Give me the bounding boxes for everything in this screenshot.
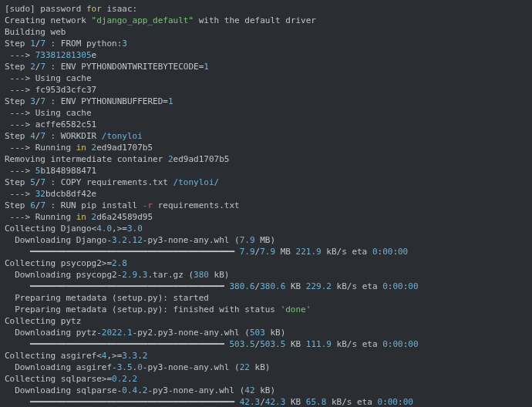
terminal-segment: : RUN pip install bbox=[45, 200, 143, 210]
terminal-line: ---> Using cache bbox=[5, 107, 527, 119]
terminal-line: ---> 5b1848988471 bbox=[5, 165, 527, 177]
terminal-segment: -py3-none-any.whl ( bbox=[147, 385, 244, 395]
terminal-line: Creating network "django_app_default" wi… bbox=[5, 15, 527, 26]
terminal-segment: Building web bbox=[5, 27, 66, 37]
terminal-line: Downloading Django-3.2.12-py3-none-any.w… bbox=[5, 234, 527, 246]
terminal-segment: 7 bbox=[40, 177, 45, 187]
terminal-line: Collecting pytz bbox=[5, 315, 527, 327]
terminal-segment: b1848988471 bbox=[40, 166, 96, 176]
terminal-segment: 2.8 bbox=[112, 258, 127, 268]
terminal-segment: 7.9 bbox=[260, 247, 275, 257]
terminal-line: Collecting asgiref<4,>=3.3.2 bbox=[5, 350, 527, 362]
terminal-segment: 42 bbox=[244, 385, 254, 395]
terminal-segment: ---> bbox=[5, 166, 35, 176]
terminal-segment: 32 bbox=[35, 189, 45, 199]
terminal-segment: /tonyloi bbox=[102, 131, 143, 141]
terminal-segment: ,>= bbox=[106, 351, 122, 361]
terminal-segment: -r bbox=[143, 200, 153, 210]
terminal-line: Downloading sqlparse-0.4.2-py3-none-any.… bbox=[5, 385, 527, 396]
terminal-segment: MB bbox=[275, 247, 296, 257]
terminal-segment: ---> bbox=[5, 189, 35, 199]
terminal-segment: Step bbox=[5, 131, 30, 141]
terminal-line: Step 4/7 : WORKDIR /tonyloi bbox=[5, 130, 527, 142]
terminal-segment: Creating network bbox=[5, 15, 92, 25]
terminal-segment: 7.9 bbox=[240, 235, 255, 245]
terminal-segment: 503 bbox=[250, 328, 265, 338]
terminal-output: [sudo] password for isaac:Creating netwo… bbox=[0, 0, 532, 407]
terminal-segment: KB bbox=[285, 339, 306, 349]
terminal-segment: 73381281305 bbox=[35, 50, 92, 60]
terminal-segment: Step bbox=[5, 177, 30, 187]
terminal-segment: 42.3 bbox=[240, 397, 261, 407]
terminal-line: ---> Running in 2ed9ad1707b5 bbox=[5, 142, 527, 153]
terminal-line: Step 5/7 : COPY requirements.txt /tonylo… bbox=[5, 177, 527, 188]
terminal-segment: kB) bbox=[265, 328, 286, 338]
terminal-line: ━━━━━━━━━━━━━━━━━━━━━━━━━━━━━━━━━━━━━━━━… bbox=[5, 396, 527, 407]
terminal-segment: Collecting psycopg2>= bbox=[5, 258, 112, 268]
terminal-segment: with the default driver bbox=[194, 15, 316, 25]
terminal-segment: 00 bbox=[382, 247, 392, 257]
terminal-segment: MB) bbox=[255, 235, 276, 245]
terminal-line: ━━━━━━━━━━━━━━━━━━━━━━━━━━━━━━━━━━━━━━━━… bbox=[5, 246, 527, 257]
terminal-segment: : ENV PYTHONDONTWRITEBYTECODE= bbox=[45, 62, 204, 72]
terminal-segment: Step bbox=[5, 96, 30, 106]
terminal-segment: 3.3 bbox=[122, 351, 137, 361]
terminal-segment: ---> bbox=[5, 50, 35, 60]
terminal-segment: 2.9 bbox=[122, 270, 137, 280]
terminal-segment: ---> Running bbox=[5, 143, 76, 153]
terminal-segment: 2 bbox=[133, 374, 138, 384]
terminal-segment: : bbox=[398, 397, 403, 407]
terminal-segment: 12 bbox=[133, 235, 143, 245]
terminal-segment: ---> Using cache bbox=[5, 108, 92, 118]
terminal-segment: 00 bbox=[392, 281, 402, 291]
terminal-segment: in bbox=[76, 212, 86, 222]
terminal-line: Downloading psycopg2-2.9.3.tar.gz (380 k… bbox=[5, 269, 527, 281]
terminal-segment: 'done' bbox=[281, 304, 311, 314]
terminal-segment: 1 bbox=[204, 62, 209, 72]
terminal-line: Downloading asgiref-3.5.0-py3-none-any.w… bbox=[5, 362, 527, 373]
terminal-segment: : bbox=[382, 397, 388, 407]
terminal-segment: 2 bbox=[143, 351, 148, 361]
terminal-segment: KB bbox=[285, 397, 306, 407]
terminal-line: Preparing metadata (setup.py): started bbox=[5, 292, 527, 304]
terminal-segment: 1 bbox=[168, 96, 173, 106]
terminal-segment: 2 bbox=[30, 62, 35, 72]
terminal-line: Building web bbox=[5, 26, 527, 38]
terminal-segment: Step bbox=[5, 200, 30, 210]
terminal-segment: 4 bbox=[30, 131, 35, 141]
terminal-segment: ed9ad1707b5 bbox=[173, 154, 230, 164]
terminal-segment: . bbox=[127, 235, 133, 245]
terminal-segment: . bbox=[137, 351, 143, 361]
terminal-segment: 3.0 bbox=[127, 224, 143, 234]
terminal-line: Preparing metadata (setup.py): finished … bbox=[5, 304, 527, 315]
terminal-segment: 0.2 bbox=[112, 374, 127, 384]
terminal-segment: ━━━━━━━━━━━━━━━━━━━━━━━━━━━━━━━━━━━━━━ bbox=[5, 281, 229, 291]
terminal-line: ---> acffe6582c51 bbox=[5, 119, 527, 130]
terminal-segment: 00 bbox=[392, 339, 402, 349]
terminal-segment: 380 bbox=[194, 270, 209, 280]
terminal-segment: ━━━━━━━━━━━━━━━━━━━━━━━━━━━━━━━━━━━━━━━━ bbox=[5, 247, 240, 257]
terminal-line: Step 2/7 : ENV PYTHONDONTWRITEBYTECODE=1 bbox=[5, 61, 527, 72]
terminal-segment bbox=[86, 143, 92, 153]
terminal-segment: -py3-none-any.whl ( bbox=[143, 362, 240, 372]
terminal-segment: 7 bbox=[40, 131, 45, 141]
terminal-segment: 42.3 bbox=[265, 397, 286, 407]
terminal-line: ━━━━━━━━━━━━━━━━━━━━━━━━━━━━━━━━━━━━━━ 5… bbox=[5, 338, 527, 350]
terminal-segment: : bbox=[392, 247, 398, 257]
terminal-segment: in bbox=[76, 143, 86, 153]
terminal-line: Step 1/7 : FROM python:3 bbox=[5, 38, 527, 49]
terminal-segment: 7 bbox=[40, 200, 45, 210]
terminal-segment: 7 bbox=[40, 96, 45, 106]
terminal-segment: kB/s eta bbox=[332, 281, 382, 291]
terminal-line: Collecting sqlparse>=0.2.2 bbox=[5, 373, 527, 385]
terminal-segment: .tar.gz ( bbox=[147, 270, 194, 280]
terminal-segment: 503.5 bbox=[260, 339, 285, 349]
terminal-segment: : ENV PYTHONUNBUFFERED= bbox=[45, 96, 168, 106]
terminal-segment: d6a24589d95 bbox=[96, 212, 153, 222]
terminal-segment: : FROM python: bbox=[45, 39, 122, 49]
terminal-segment: ---> fc953d3cfc37 bbox=[5, 85, 96, 95]
terminal-segment: 3.2 bbox=[112, 235, 127, 245]
terminal-segment: 6 bbox=[30, 200, 35, 210]
terminal-line: ---> 73381281305e bbox=[5, 49, 527, 61]
terminal-line: Collecting Django<4.0,>=3.0 bbox=[5, 223, 527, 234]
